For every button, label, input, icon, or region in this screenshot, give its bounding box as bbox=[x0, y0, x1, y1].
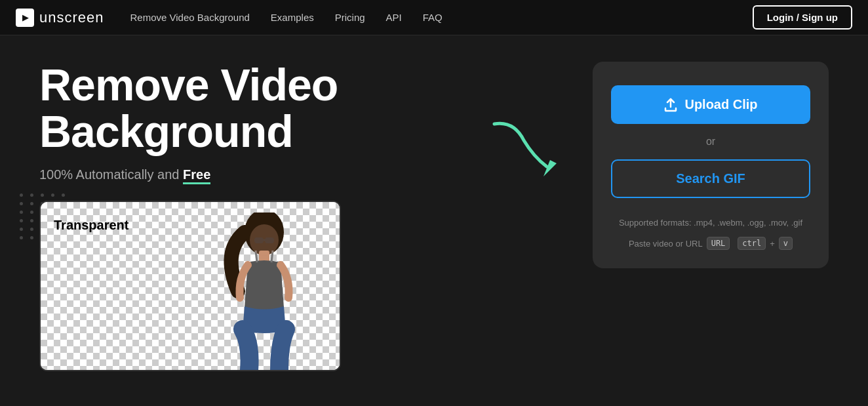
nav-link-faq[interactable]: FAQ bbox=[423, 12, 443, 23]
logo-icon bbox=[16, 9, 34, 27]
svg-point-8 bbox=[250, 224, 279, 256]
subtitle-plain: 100% Automatically and bbox=[39, 167, 183, 182]
plus-sign: + bbox=[770, 239, 775, 249]
paste-hint: Paste video or URL URL ctrl + v bbox=[629, 237, 793, 250]
hero-subtitle: 100% Automatically and Free bbox=[39, 167, 553, 182]
hero-title-line2: Background bbox=[39, 106, 293, 156]
v-key: v bbox=[779, 237, 793, 250]
paste-hint-text: Paste video or URL bbox=[629, 239, 703, 249]
figure-silhouette bbox=[202, 213, 320, 370]
supported-formats-text: Supported formats: .mp4, .webm, .ogg, .m… bbox=[619, 218, 802, 228]
nav-link-examples[interactable]: Examples bbox=[271, 12, 314, 23]
logo-area[interactable]: unscreen bbox=[16, 9, 104, 27]
hero-section: Remove Video Background 100% Automatical… bbox=[0, 35, 868, 406]
svg-marker-0 bbox=[543, 160, 557, 176]
navbar: unscreen Remove Video Background Example… bbox=[0, 0, 868, 35]
hero-title: Remove Video Background bbox=[39, 62, 553, 155]
arrow-decoration bbox=[488, 114, 566, 193]
preview-card: Transparent bbox=[39, 201, 341, 371]
ctrl-key: ctrl bbox=[738, 237, 766, 250]
transparent-label: Transparent bbox=[54, 218, 128, 233]
preview-inner: Transparent bbox=[41, 202, 340, 370]
login-button[interactable]: Login / Sign up bbox=[753, 5, 852, 30]
hero-title-line1: Remove Video bbox=[39, 60, 338, 110]
hero-left: Remove Video Background 100% Automatical… bbox=[39, 62, 553, 371]
upload-clip-label: Upload Clip bbox=[684, 97, 757, 112]
nav-link-api[interactable]: API bbox=[386, 12, 402, 23]
nav-link-pricing[interactable]: Pricing bbox=[335, 12, 365, 23]
url-tag: URL bbox=[707, 237, 730, 250]
upload-icon bbox=[663, 98, 678, 112]
upload-panel: Upload Clip or Search GIF Supported form… bbox=[593, 62, 829, 268]
nav-links: Remove Video Background Examples Pricing… bbox=[130, 12, 753, 23]
subtitle-bold: Free bbox=[183, 167, 210, 184]
nav-actions: Login / Sign up bbox=[753, 5, 852, 30]
search-gif-button[interactable]: Search GIF bbox=[611, 159, 810, 198]
or-text: or bbox=[706, 136, 715, 148]
nav-link-remove-video[interactable]: Remove Video Background bbox=[130, 12, 250, 23]
upload-clip-button[interactable]: Upload Clip bbox=[611, 85, 810, 124]
logo-text: unscreen bbox=[39, 9, 104, 26]
hero-right: Upload Clip or Search GIF Supported form… bbox=[593, 62, 829, 268]
